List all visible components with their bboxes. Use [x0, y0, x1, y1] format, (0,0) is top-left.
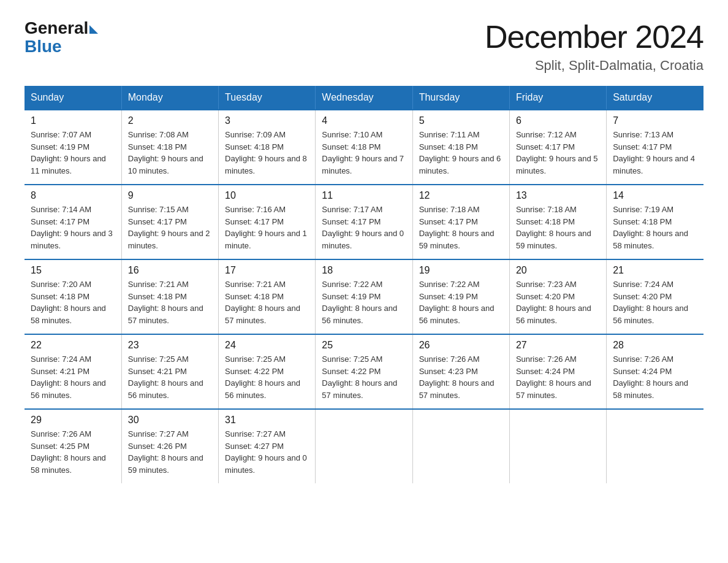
day-info: Sunrise: 7:21 AMSunset: 4:18 PMDaylight:… [128, 278, 212, 326]
calendar-title: December 2024 [485, 18, 703, 55]
day-info: Sunrise: 7:21 AMSunset: 4:18 PMDaylight:… [225, 278, 309, 326]
day-info: Sunrise: 7:09 AMSunset: 4:18 PMDaylight:… [225, 129, 309, 177]
day-info: Sunrise: 7:24 AMSunset: 4:20 PMDaylight:… [613, 278, 697, 326]
header-saturday: Saturday [607, 86, 703, 110]
day-number: 18 [322, 265, 406, 276]
header-tuesday: Tuesday [219, 86, 316, 110]
day-number: 26 [419, 340, 503, 351]
calendar-cell [316, 409, 412, 483]
day-number: 19 [419, 265, 503, 276]
day-info: Sunrise: 7:18 AMSunset: 4:18 PMDaylight:… [516, 204, 600, 251]
day-info: Sunrise: 7:08 AMSunset: 4:18 PMDaylight:… [128, 129, 212, 177]
day-number: 22 [31, 340, 115, 351]
calendar-table: SundayMondayTuesdayWednesdayThursdayFrid… [25, 86, 703, 483]
logo: General Blue [25, 18, 98, 56]
day-info: Sunrise: 7:11 AMSunset: 4:18 PMDaylight:… [419, 129, 503, 177]
calendar-week-row: 22Sunrise: 7:24 AMSunset: 4:21 PMDayligh… [25, 334, 703, 409]
day-number: 13 [516, 190, 600, 201]
day-number: 1 [31, 115, 115, 126]
day-info: Sunrise: 7:25 AMSunset: 4:21 PMDaylight:… [128, 353, 212, 401]
calendar-header-row: SundayMondayTuesdayWednesdayThursdayFrid… [25, 86, 703, 110]
calendar-cell: 21Sunrise: 7:24 AMSunset: 4:20 PMDayligh… [607, 259, 703, 334]
day-info: Sunrise: 7:23 AMSunset: 4:20 PMDaylight:… [516, 278, 600, 326]
day-info: Sunrise: 7:17 AMSunset: 4:17 PMDaylight:… [322, 204, 406, 251]
day-info: Sunrise: 7:26 AMSunset: 4:25 PMDaylight:… [31, 428, 115, 476]
day-info: Sunrise: 7:27 AMSunset: 4:27 PMDaylight:… [225, 428, 309, 476]
header-friday: Friday [509, 86, 606, 110]
day-number: 23 [128, 340, 212, 351]
day-info: Sunrise: 7:22 AMSunset: 4:19 PMDaylight:… [419, 278, 503, 326]
calendar-cell: 29Sunrise: 7:26 AMSunset: 4:25 PMDayligh… [25, 409, 121, 483]
calendar-cell: 17Sunrise: 7:21 AMSunset: 4:18 PMDayligh… [219, 259, 316, 334]
calendar-cell [607, 409, 703, 483]
day-info: Sunrise: 7:20 AMSunset: 4:18 PMDaylight:… [31, 278, 115, 326]
calendar-cell: 6Sunrise: 7:12 AMSunset: 4:17 PMDaylight… [509, 110, 606, 185]
day-number: 12 [419, 190, 503, 201]
day-number: 25 [322, 340, 406, 351]
header-thursday: Thursday [412, 86, 509, 110]
calendar-cell: 26Sunrise: 7:26 AMSunset: 4:23 PMDayligh… [412, 334, 509, 409]
calendar-cell: 12Sunrise: 7:18 AMSunset: 4:17 PMDayligh… [412, 185, 509, 259]
calendar-cell: 7Sunrise: 7:13 AMSunset: 4:17 PMDaylight… [607, 110, 703, 185]
day-info: Sunrise: 7:18 AMSunset: 4:17 PMDaylight:… [419, 204, 503, 251]
day-number: 7 [613, 115, 697, 126]
day-number: 11 [322, 190, 406, 201]
day-number: 31 [225, 415, 309, 426]
calendar-week-row: 29Sunrise: 7:26 AMSunset: 4:25 PMDayligh… [25, 409, 703, 483]
calendar-week-row: 8Sunrise: 7:14 AMSunset: 4:17 PMDaylight… [25, 185, 703, 259]
calendar-cell: 16Sunrise: 7:21 AMSunset: 4:18 PMDayligh… [121, 259, 218, 334]
calendar-cell [412, 409, 509, 483]
calendar-cell: 14Sunrise: 7:19 AMSunset: 4:18 PMDayligh… [607, 185, 703, 259]
day-info: Sunrise: 7:13 AMSunset: 4:17 PMDaylight:… [613, 129, 697, 177]
header-monday: Monday [121, 86, 218, 110]
day-number: 21 [613, 265, 697, 276]
logo-general-text: General [25, 18, 88, 38]
logo-blue-text: Blue [25, 37, 62, 56]
header-wednesday: Wednesday [316, 86, 412, 110]
title-section: December 2024 Split, Split-Dalmatia, Cro… [485, 18, 703, 74]
calendar-cell: 24Sunrise: 7:25 AMSunset: 4:22 PMDayligh… [219, 334, 316, 409]
day-number: 3 [225, 115, 309, 126]
day-number: 10 [225, 190, 309, 201]
day-info: Sunrise: 7:14 AMSunset: 4:17 PMDaylight:… [31, 204, 115, 251]
calendar-cell: 18Sunrise: 7:22 AMSunset: 4:19 PMDayligh… [316, 259, 412, 334]
calendar-week-row: 15Sunrise: 7:20 AMSunset: 4:18 PMDayligh… [25, 259, 703, 334]
day-number: 9 [128, 190, 212, 201]
day-info: Sunrise: 7:26 AMSunset: 4:23 PMDaylight:… [419, 353, 503, 401]
day-number: 20 [516, 265, 600, 276]
day-number: 14 [613, 190, 697, 201]
day-info: Sunrise: 7:07 AMSunset: 4:19 PMDaylight:… [31, 129, 115, 177]
calendar-cell: 31Sunrise: 7:27 AMSunset: 4:27 PMDayligh… [219, 409, 316, 483]
calendar-cell: 22Sunrise: 7:24 AMSunset: 4:21 PMDayligh… [25, 334, 121, 409]
day-number: 24 [225, 340, 309, 351]
day-info: Sunrise: 7:19 AMSunset: 4:18 PMDaylight:… [613, 204, 697, 251]
calendar-cell: 27Sunrise: 7:26 AMSunset: 4:24 PMDayligh… [509, 334, 606, 409]
day-number: 2 [128, 115, 212, 126]
day-number: 16 [128, 265, 212, 276]
calendar-week-row: 1Sunrise: 7:07 AMSunset: 4:19 PMDaylight… [25, 110, 703, 185]
day-info: Sunrise: 7:27 AMSunset: 4:26 PMDaylight:… [128, 428, 212, 476]
header-sunday: Sunday [25, 86, 121, 110]
logo-arrow-icon [89, 25, 98, 34]
day-number: 6 [516, 115, 600, 126]
day-info: Sunrise: 7:15 AMSunset: 4:17 PMDaylight:… [128, 204, 212, 251]
calendar-cell: 13Sunrise: 7:18 AMSunset: 4:18 PMDayligh… [509, 185, 606, 259]
day-info: Sunrise: 7:26 AMSunset: 4:24 PMDaylight:… [613, 353, 697, 401]
day-number: 4 [322, 115, 406, 126]
calendar-cell: 30Sunrise: 7:27 AMSunset: 4:26 PMDayligh… [121, 409, 218, 483]
day-info: Sunrise: 7:26 AMSunset: 4:24 PMDaylight:… [516, 353, 600, 401]
day-info: Sunrise: 7:25 AMSunset: 4:22 PMDaylight:… [322, 353, 406, 401]
calendar-cell: 8Sunrise: 7:14 AMSunset: 4:17 PMDaylight… [25, 185, 121, 259]
calendar-cell: 2Sunrise: 7:08 AMSunset: 4:18 PMDaylight… [121, 110, 218, 185]
day-number: 27 [516, 340, 600, 351]
calendar-cell: 3Sunrise: 7:09 AMSunset: 4:18 PMDaylight… [219, 110, 316, 185]
calendar-cell: 1Sunrise: 7:07 AMSunset: 4:19 PMDaylight… [25, 110, 121, 185]
calendar-cell: 23Sunrise: 7:25 AMSunset: 4:21 PMDayligh… [121, 334, 218, 409]
day-number: 29 [31, 415, 115, 426]
day-info: Sunrise: 7:10 AMSunset: 4:18 PMDaylight:… [322, 129, 406, 177]
day-number: 15 [31, 265, 115, 276]
calendar-cell: 5Sunrise: 7:11 AMSunset: 4:18 PMDaylight… [412, 110, 509, 185]
calendar-subtitle: Split, Split-Dalmatia, Croatia [485, 58, 703, 74]
day-info: Sunrise: 7:24 AMSunset: 4:21 PMDaylight:… [31, 353, 115, 401]
day-number: 5 [419, 115, 503, 126]
